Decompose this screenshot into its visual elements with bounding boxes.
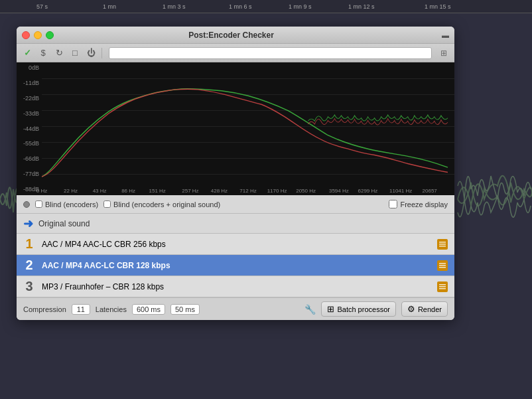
render-icon: ⚙ <box>407 304 415 314</box>
compression-label: Compression <box>23 305 66 313</box>
batch-processor-icon: ⊞ <box>327 304 334 314</box>
encoder-icon-2 <box>437 260 448 271</box>
db-label-5: -55dB <box>19 141 39 147</box>
encoder-row-3[interactable]: 3 MP3 / Fraunhofer – CBR 128 kbps <box>17 276 454 297</box>
ruler-mark-6: 1 mn 12 s <box>348 3 375 10</box>
ruler-mark-2: 1 mn <box>103 3 116 10</box>
svg-rect-11 <box>439 286 446 287</box>
render-label: Render <box>418 305 442 313</box>
ruler-mark-3: 1 mn 3 s <box>163 3 186 10</box>
freq-43hz: 43 Hz <box>93 188 107 194</box>
freq-2050hz: 2050 Hz <box>296 188 316 194</box>
toolbar-search-field[interactable] <box>109 47 432 59</box>
freeze-display-label: Freeze display <box>400 200 448 208</box>
svg-rect-6 <box>439 263 446 264</box>
original-sound-arrow-icon: ➜ <box>23 216 33 231</box>
main-window: Post:Encoder Checker ▬ ✓ $ ↻ □ ⏻ ⊞ <box>17 27 454 320</box>
ruler-mark-1: 57 s <box>36 3 48 10</box>
toolbar-dollar-btn[interactable]: $ <box>36 46 50 60</box>
encoder-label-2: AAC / MP4 AAC-LC CBR 128 kbps <box>42 261 431 270</box>
toolbar-refresh-btn[interactable]: ↻ <box>52 46 66 60</box>
original-sound-row[interactable]: ➜ Original sound <box>17 214 454 234</box>
blind-encoders-original-checkbox[interactable] <box>103 200 111 208</box>
svg-rect-8 <box>439 267 446 268</box>
timeline-ruler: 57 s 1 mn 1 mn 3 s 1 mn 6 s 1 mn 9 s 1 m… <box>0 0 532 13</box>
toolbar-power-btn[interactable]: ⏻ <box>84 46 98 60</box>
blind-encoders-checkbox-label[interactable]: Blind (encoders) <box>35 200 98 208</box>
toolbar-check-btn[interactable]: ✓ <box>21 46 34 60</box>
ruler-mark-7: 1 mn 15 s <box>425 3 451 10</box>
encoder-icon-1 <box>437 239 448 250</box>
encoder-num-2: 2 <box>23 258 35 273</box>
toolbar-grid-icon[interactable]: ⊞ <box>437 46 450 60</box>
encoder-icon-3 <box>437 281 448 292</box>
freq-1170hz: 1170 Hz <box>267 188 287 194</box>
freq-20657hz: 20657 <box>423 188 437 194</box>
db-label-6: -66dB <box>19 156 39 162</box>
db-label-7: -77dB <box>19 171 39 177</box>
toolbar-separator <box>101 48 102 58</box>
db-label-3: -33dB <box>19 111 39 117</box>
batch-processor-button[interactable]: ⊞ Batch processor <box>321 301 395 317</box>
ruler-mark-4: 1 mn 6 s <box>229 3 252 10</box>
db-label-2: -22dB <box>19 96 39 102</box>
freq-3594hz: 3594 Hz <box>329 188 349 194</box>
freq-712hz: 712 Hz <box>239 188 256 194</box>
encoder-label-1: AAC / MP4 AAC-LC CBR 256 kbps <box>42 240 431 249</box>
encoder-label-3: MP3 / Fraunhofer – CBR 128 kbps <box>42 282 431 291</box>
svg-rect-4 <box>439 246 446 247</box>
db-label-0: 0dB <box>19 65 39 71</box>
encoder-num-3: 3 <box>23 279 35 294</box>
original-sound-label: Original sound <box>38 219 90 228</box>
db-labels: 0dB -11dB -22dB -33dB -44dB -55dB -66dB … <box>17 62 42 195</box>
freq-6299hz: 6299 Hz <box>358 188 377 194</box>
bottom-bar: Compression 11 Latencies 600 ms 50 ms 🔧 … <box>17 297 454 320</box>
blind-encoders-checkbox[interactable] <box>35 200 42 208</box>
freq-151hz: 151 Hz <box>149 188 165 194</box>
render-button[interactable]: ⚙ Render <box>401 301 448 317</box>
toolbar: ✓ $ ↻ □ ⏻ ⊞ <box>17 44 454 62</box>
blind-encoders-original-checkbox-label[interactable]: Blind (encoders + original sound) <box>103 200 220 208</box>
batch-processor-label: Batch processor <box>337 305 389 313</box>
status-indicator <box>23 201 30 208</box>
freq-0hz: 0 Hz <box>36 188 47 194</box>
compression-value: 11 <box>72 304 90 315</box>
svg-rect-10 <box>439 284 446 285</box>
collapse-button[interactable]: ▬ <box>442 31 449 39</box>
svg-rect-2 <box>439 242 446 243</box>
ruler-mark-5: 1 mn 9 s <box>289 3 312 10</box>
wrench-icon[interactable]: 🔧 <box>304 304 316 315</box>
svg-rect-7 <box>439 265 446 266</box>
db-label-4: -44dB <box>19 126 39 132</box>
toolbar-square-btn[interactable]: □ <box>68 46 82 60</box>
freq-22hz: 22 Hz <box>64 188 78 194</box>
latencies-label: Latencies <box>96 305 127 313</box>
freeze-display-checkbox[interactable] <box>389 200 397 208</box>
window-title: Post:Encoder Checker <box>25 31 438 40</box>
db-label-1: -11dB <box>19 80 39 86</box>
encoder-num-1: 1 <box>23 236 35 252</box>
encoder-row-2[interactable]: 2 AAC / MP4 AAC-LC CBR 128 kbps <box>17 255 454 276</box>
controls-row: Blind (encoders) Blind (encoders + origi… <box>17 195 454 214</box>
freq-86hz: 86 Hz <box>121 188 135 194</box>
encoders-section: 1 AAC / MP4 AAC-LC CBR 256 kbps 2 AAC / … <box>17 234 454 297</box>
title-bar: Post:Encoder Checker ▬ <box>17 27 454 44</box>
blind-encoders-label: Blind (encoders) <box>45 200 98 208</box>
latency1-value: 600 ms <box>132 304 165 315</box>
freq-257hz: 257 Hz <box>182 188 198 194</box>
spectrum-analyzer: 0dB -11dB -22dB -33dB -44dB -55dB -66dB … <box>17 62 454 195</box>
svg-rect-12 <box>439 288 446 289</box>
encoder-row-1[interactable]: 1 AAC / MP4 AAC-LC CBR 256 kbps <box>17 234 454 255</box>
freq-428hz: 428 Hz <box>211 188 228 194</box>
svg-rect-3 <box>439 244 446 245</box>
freeze-display-checkbox-label[interactable]: Freeze display <box>389 200 448 208</box>
latency2-value: 50 ms <box>170 304 200 315</box>
freq-11041hz: 11041 Hz <box>389 188 412 194</box>
freq-labels: 0 Hz 22 Hz 43 Hz 86 Hz 151 Hz 257 Hz 428… <box>42 186 454 195</box>
blind-encoders-original-label: Blind (encoders + original sound) <box>113 200 220 208</box>
